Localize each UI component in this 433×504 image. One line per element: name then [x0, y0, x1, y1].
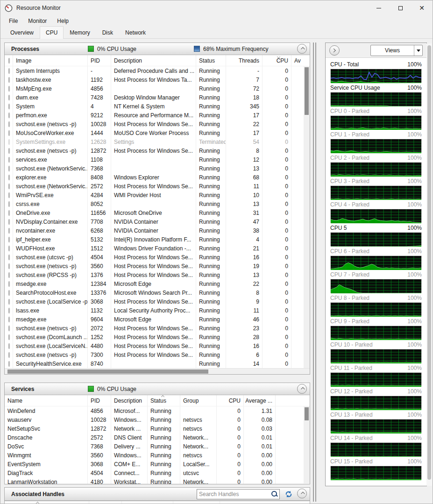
row-checkbox[interactable]: [5, 262, 13, 270]
process-row[interactable]: explorer.exe8408Windows ExplorerRunning6…: [5, 173, 310, 182]
process-row[interactable]: svchost.exe (netsvcs -p)12872Host Proces…: [5, 146, 310, 155]
row-checkbox[interactable]: [5, 93, 13, 102]
views-button[interactable]: Views: [370, 45, 423, 56]
col-pid[interactable]: PID: [88, 395, 111, 406]
select-all-checkbox[interactable]: [5, 55, 13, 66]
process-row[interactable]: OneDrive.exe11656Microsoft OneDriveRunni…: [5, 208, 310, 217]
panel-splitter[interactable]: [312, 43, 318, 502]
row-checkbox[interactable]: [5, 111, 13, 120]
process-row[interactable]: MoUsoCoreWorker.exe1444MoUSO Core Worker…: [5, 128, 310, 137]
row-checkbox[interactable]: [5, 66, 13, 75]
process-row[interactable]: WUDFHost.exe1512Windows Driver Foundatio…: [5, 244, 310, 253]
process-row[interactable]: SearchProtocolHost.exe13376Microsoft Win…: [5, 288, 310, 297]
search-input[interactable]: [197, 491, 270, 497]
service-row[interactable]: Winmgmt3560Windows...Runningnetsvcs00.00: [5, 451, 310, 460]
row-checkbox[interactable]: [5, 235, 13, 244]
service-row[interactable]: DoSvc7368Delivery ...RunningNetwork...00…: [5, 442, 310, 451]
col-description[interactable]: Description: [111, 395, 148, 406]
process-row[interactable]: msedge.exe9604Microsoft EdgeRunning460: [5, 315, 310, 324]
process-row[interactable]: svchost.exe (LocalServiceN...4480Host Pr…: [5, 341, 310, 350]
row-checkbox[interactable]: [5, 226, 13, 235]
process-row[interactable]: svchost.exe (netsvcs -p)2072Host Process…: [5, 324, 310, 333]
col-cpu[interactable]: CPU: [217, 395, 244, 406]
col-average-cpu[interactable]: Av: [291, 55, 310, 66]
row-checkbox[interactable]: [5, 217, 13, 226]
row-checkbox[interactable]: [5, 315, 13, 324]
tab-network[interactable]: Network: [119, 27, 152, 38]
process-row[interactable]: ipf_helper.exe5132Intel(R) Innovation Pl…: [5, 235, 310, 244]
row-checkbox[interactable]: [5, 137, 13, 146]
col-average[interactable]: Average ...: [244, 395, 276, 406]
service-row[interactable]: EventSystem3068COM+ E...RunningLocalSer.…: [5, 460, 310, 469]
search-icon[interactable]: [270, 490, 278, 498]
col-group[interactable]: Group: [180, 395, 217, 406]
row-checkbox[interactable]: [5, 208, 13, 217]
service-row[interactable]: NetSetupSvc12872Network ...Runningnetsvc…: [5, 424, 310, 433]
menu-help[interactable]: Help: [52, 16, 73, 26]
col-name[interactable]: Name: [5, 395, 88, 406]
col-cpu[interactable]: CPU: [263, 55, 291, 66]
process-row[interactable]: System4NT Kernel & SystemRunning3450: [5, 102, 310, 111]
col-status[interactable]: Status: [148, 395, 180, 406]
service-row[interactable]: DiagTrack4504Connect...Runningutcsvc00.0…: [5, 469, 310, 477]
row-checkbox[interactable]: [5, 155, 13, 164]
process-row[interactable]: svchost.exe (RPCSS -p)1376Host Process f…: [5, 270, 310, 279]
col-description[interactable]: Description: [111, 55, 196, 66]
process-row[interactable]: perfmon.exe9212Resource and Performance …: [5, 111, 310, 120]
row-checkbox[interactable]: [5, 182, 13, 191]
process-row[interactable]: MsMpEng.exe4856Running720: [5, 84, 310, 93]
row-checkbox[interactable]: [5, 128, 13, 137]
processes-collapse-button[interactable]: [297, 44, 307, 54]
tab-cpu[interactable]: CPU: [40, 26, 64, 39]
row-checkbox[interactable]: [5, 84, 13, 93]
process-row[interactable]: svchost.exe (netsvcs -p)10028Host Proces…: [5, 120, 310, 128]
panel-toggle-button[interactable]: [329, 45, 340, 56]
processes-header[interactable]: Processes 0% CPU Usage 68% Maximum Frequ…: [5, 43, 310, 55]
maximize-button[interactable]: [390, 0, 411, 15]
services-vertical-scrollbar[interactable]: [304, 406, 310, 483]
services-collapse-button[interactable]: [297, 384, 307, 394]
processes-horizontal-scrollbar[interactable]: [5, 368, 310, 374]
process-row[interactable]: taskhostw.exe1192Host Process for Window…: [5, 75, 310, 84]
row-checkbox[interactable]: [5, 164, 13, 173]
process-row[interactable]: svchost.exe (netsvcs -p)3560Host Process…: [5, 262, 310, 270]
row-checkbox[interactable]: [5, 288, 13, 297]
processes-vertical-scrollbar[interactable]: [304, 66, 310, 368]
tab-disk[interactable]: Disk: [96, 27, 119, 38]
process-row[interactable]: SecurityHealthService.exe8740Running140: [5, 359, 310, 368]
process-row[interactable]: nvcontainer.exe6268NVIDIA ContainerRunni…: [5, 226, 310, 235]
process-row[interactable]: svchost.exe (NetworkServic...2572Host Pr…: [5, 182, 310, 191]
service-row[interactable]: wuauserv10028Windows...Runningnetsvcs00.…: [5, 415, 310, 424]
tab-memory[interactable]: Memory: [64, 27, 96, 38]
row-checkbox[interactable]: [5, 199, 13, 208]
col-status[interactable]: Status: [196, 55, 226, 66]
service-row[interactable]: WinDefend4856Microsof...Running01.31: [5, 406, 310, 415]
row-checkbox[interactable]: [5, 306, 13, 315]
row-checkbox[interactable]: [5, 244, 13, 253]
process-row[interactable]: svchost.exe (NetworkServic...7368Running…: [5, 164, 310, 173]
process-row[interactable]: svchost.exe (DcomLaunch ...1252Host Proc…: [5, 333, 310, 341]
services-header[interactable]: Services 0% CPU Usage: [5, 383, 310, 395]
row-checkbox[interactable]: [5, 75, 13, 84]
refresh-icon[interactable]: [284, 490, 293, 498]
handles-collapse-button[interactable]: [297, 489, 307, 498]
minimize-button[interactable]: [368, 0, 390, 15]
row-checkbox[interactable]: [5, 359, 13, 368]
row-checkbox[interactable]: [5, 102, 13, 111]
menu-file[interactable]: File: [4, 16, 22, 26]
process-row[interactable]: msedge.exe12384Microsoft EdgeRunning220: [5, 279, 310, 288]
row-checkbox[interactable]: [5, 333, 13, 341]
col-image[interactable]: Image: [13, 55, 88, 66]
process-row[interactable]: svchost.exe (utcsvc -p)4504Host Process …: [5, 253, 310, 262]
row-checkbox[interactable]: [5, 270, 13, 279]
row-checkbox[interactable]: [5, 279, 13, 288]
handles-header[interactable]: Associated Handles: [5, 488, 310, 501]
close-button[interactable]: ✕: [411, 0, 433, 15]
col-threads[interactable]: Threads: [226, 55, 263, 66]
process-row[interactable]: lsass.exe1132Local Security Authority Pr…: [5, 306, 310, 315]
row-checkbox[interactable]: [5, 191, 13, 199]
row-checkbox[interactable]: [5, 350, 13, 359]
row-checkbox[interactable]: [5, 173, 13, 182]
process-row[interactable]: csrss.exe8052Running130: [5, 199, 310, 208]
col-pid[interactable]: PID: [88, 55, 111, 66]
